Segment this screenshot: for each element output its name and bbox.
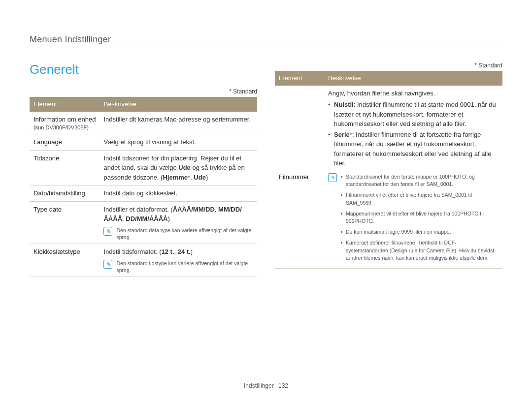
row-label: Tidszone bbox=[30, 150, 100, 185]
row-desc: Vælg et sprog til visning af tekst. bbox=[100, 134, 257, 151]
settings-table-right: Element Beskrivelse Filnummer Angiv, hvo… bbox=[275, 71, 502, 269]
page-number: 132 bbox=[278, 382, 288, 389]
note-icon: ✎ bbox=[328, 173, 337, 182]
note-item: Du kan maksimalt lagre 9999 filer i én m… bbox=[341, 228, 499, 236]
row-sublabel: (kun DV300F/DV305F) bbox=[33, 124, 96, 131]
settings-table-left: Element Beskrivelse Information om enhed… bbox=[30, 97, 257, 277]
row-label: Type dato bbox=[30, 201, 100, 244]
section-title: Generelt bbox=[30, 62, 257, 77]
table-row: Tidszone Indstil tidszonen for din place… bbox=[30, 150, 257, 185]
table-row: Information om enhed (kun DV300F/DV305F)… bbox=[30, 112, 257, 134]
left-column: Generelt * Standard Element Beskrivelse … bbox=[30, 62, 257, 277]
footer-label: Indstillinger bbox=[244, 382, 274, 389]
bullet-list: Nulstil: Indstiller filnumrene til at st… bbox=[328, 100, 499, 168]
table-row: Filnummer Angiv, hvordan filerne skal na… bbox=[275, 86, 502, 269]
row-desc: Indstiller et datoformat. (ÅÅÅÅ/MM/DD, M… bbox=[100, 201, 257, 244]
note-list: Standardnavnet for den første mappe er 1… bbox=[341, 173, 499, 266]
content-columns: Generelt * Standard Element Beskrivelse … bbox=[30, 62, 502, 277]
row-label: Dato/tidsindstilling bbox=[30, 185, 100, 202]
th-description: Beskrivelse bbox=[324, 71, 502, 86]
row-label: Klokkeslætstype bbox=[30, 244, 100, 277]
header-rule bbox=[30, 47, 502, 47]
table-row: Language Vælg et sprog til visning af te… bbox=[30, 134, 257, 151]
standard-note-right: * Standard bbox=[275, 62, 502, 69]
list-item: Serie*: Indstiller filnumrene til at for… bbox=[328, 130, 499, 168]
standard-note-left: * Standard bbox=[30, 88, 257, 95]
note-icon: ✎ bbox=[103, 260, 112, 269]
table-row: Type dato Indstiller et datoformat. (ÅÅÅ… bbox=[30, 201, 257, 244]
th-description: Beskrivelse bbox=[100, 97, 257, 112]
note-item: Filnummeret vil ét efter ét blive højere… bbox=[341, 191, 499, 207]
row-desc: Indstil dato og klokkeslæt. bbox=[100, 185, 257, 202]
row-desc: Indstiller dit kameras Mac-adresse og se… bbox=[100, 112, 257, 134]
row-label: Language bbox=[30, 134, 100, 151]
row-desc: Indstil tidsformatet. (12 t., 24 t.) ✎ D… bbox=[100, 244, 257, 277]
row-desc: Angiv, hvordan filerne skal navngives. N… bbox=[324, 86, 502, 269]
row-desc: Indstil tidszonen for din placering. Rej… bbox=[100, 150, 257, 185]
page-footer: Indstillinger 132 bbox=[0, 382, 532, 389]
intro-text: Angiv, hvordan filerne skal navngives. bbox=[328, 89, 499, 98]
right-column: * Standard Element Beskrivelse Filnummer… bbox=[275, 62, 502, 277]
note-item: Kameraet definerer filnavnene i henhold … bbox=[341, 239, 499, 262]
note-text: Den standard data type kan variere afhæn… bbox=[116, 227, 253, 241]
row-label: Filnummer bbox=[275, 86, 324, 269]
th-element: Element bbox=[275, 71, 324, 86]
note-item: Standardnavnet for den første mappe er 1… bbox=[341, 173, 499, 189]
note-icon: ✎ bbox=[103, 227, 112, 236]
row-label: Information om enhed bbox=[33, 115, 96, 124]
th-element: Element bbox=[30, 97, 100, 112]
table-row: Klokkeslætstype Indstil tidsformatet. (1… bbox=[30, 244, 257, 277]
breadcrumb: Menuen Indstillinger bbox=[30, 34, 502, 45]
table-row: Dato/tidsindstilling Indstil dato og klo… bbox=[30, 185, 257, 202]
note-item: Mappenummeret vil ét efter ét blive høje… bbox=[341, 210, 499, 226]
list-item: Nulstil: Indstiller filnumrene til at st… bbox=[328, 100, 499, 129]
note-text: Den standard tidstype kan variere afhæng… bbox=[116, 260, 253, 274]
